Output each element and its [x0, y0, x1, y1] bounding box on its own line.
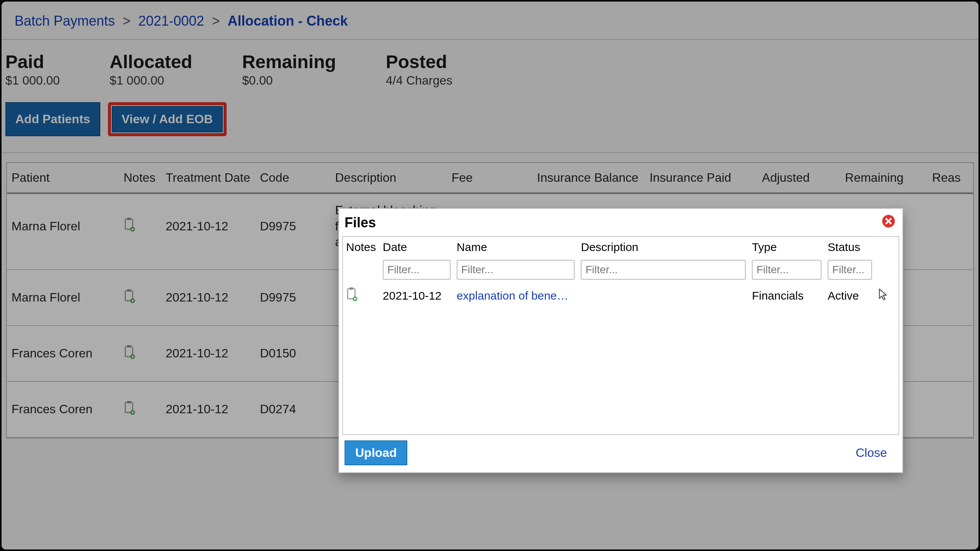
allocated-value: $1 000.00	[109, 73, 192, 88]
cell-date: 2021-10-12	[161, 270, 255, 326]
file-description	[578, 282, 749, 309]
file-date: 2021-10-12	[380, 282, 454, 309]
fcol-status[interactable]: Status	[825, 237, 875, 256]
breadcrumb-mid[interactable]: 2021-0002	[138, 13, 204, 29]
cell-patient: Marna Florel	[7, 270, 119, 326]
paid-value: $1 000.00	[5, 73, 60, 88]
svg-rect-7	[127, 345, 131, 347]
breadcrumb-sep: >	[212, 13, 220, 29]
summary-row: Paid $1 000.00 Allocated $1 000.00 Remai…	[2, 40, 978, 102]
paid-label: Paid	[5, 53, 60, 71]
clipboard-add-icon[interactable]	[124, 348, 135, 362]
add-patients-button[interactable]: Add Patients	[5, 102, 100, 136]
col-description[interactable]: Description	[330, 163, 447, 193]
col-remaining[interactable]: Remaining	[840, 163, 928, 193]
col-adjusted[interactable]: Adjusted	[758, 163, 841, 193]
svg-rect-14	[350, 287, 353, 290]
cell-patient: Marna Florel	[7, 193, 119, 270]
clipboard-add-icon[interactable]	[124, 292, 135, 306]
file-status: Active	[825, 282, 875, 309]
cell-date: 2021-10-12	[161, 381, 255, 437]
posted-label: Posted	[386, 53, 452, 71]
cell-code: D9975	[255, 270, 330, 326]
cell-patient: Frances Coren	[7, 326, 119, 381]
col-fee[interactable]: Fee	[447, 163, 532, 193]
cell-patient: Frances Coren	[7, 381, 119, 437]
filter-description[interactable]	[581, 260, 746, 280]
col-code[interactable]: Code	[255, 163, 330, 193]
col-insurance-paid[interactable]: Insurance Paid	[645, 163, 758, 193]
breadcrumb: Batch Payments > 2021-0002 > Allocation …	[2, 2, 978, 40]
close-icon[interactable]	[882, 214, 895, 231]
svg-rect-1	[127, 218, 131, 220]
clipboard-add-icon[interactable]	[124, 220, 135, 234]
cell-code: D9975	[255, 193, 330, 270]
view-add-eob-button[interactable]: View / Add EOB	[112, 106, 223, 132]
col-notes[interactable]: Notes	[119, 163, 161, 193]
fcol-description[interactable]: Description	[578, 237, 749, 256]
fcol-name[interactable]: Name	[454, 237, 578, 256]
cell-date: 2021-10-12	[161, 193, 255, 270]
clipboard-add-icon[interactable]	[124, 404, 135, 417]
svg-rect-10	[127, 401, 131, 403]
highlight-annotation: View / Add EOB	[108, 102, 227, 136]
breadcrumb-root[interactable]: Batch Payments	[15, 13, 115, 29]
cell-date: 2021-10-12	[161, 326, 255, 381]
remaining-label: Remaining	[242, 53, 336, 71]
posted-value: 4/4 Charges	[386, 73, 452, 88]
file-row[interactable]: 2021-10-12 explanation of benefi… Financ…	[343, 282, 898, 309]
breadcrumb-current: Allocation - Check	[227, 13, 348, 29]
clipboard-add-icon[interactable]	[346, 291, 358, 303]
file-name-link[interactable]: explanation of benefi…	[457, 289, 572, 302]
filter-date[interactable]	[383, 260, 451, 280]
filter-type[interactable]	[752, 260, 822, 280]
upload-button[interactable]: Upload	[345, 440, 407, 465]
close-button[interactable]: Close	[856, 446, 887, 460]
remaining-value: $0.00	[242, 73, 336, 88]
svg-rect-4	[127, 289, 131, 292]
filter-status[interactable]	[828, 260, 872, 280]
modal-title: Files	[345, 215, 376, 231]
fcol-date[interactable]: Date	[380, 237, 454, 256]
cell-code: D0274	[255, 381, 330, 437]
col-patient[interactable]: Patient	[7, 163, 119, 193]
fcol-notes[interactable]: Notes	[343, 237, 380, 256]
filter-name[interactable]	[457, 260, 575, 280]
col-treatment-date[interactable]: Treatment Date	[161, 163, 255, 193]
files-modal: Files Notes Date Name Description Type S…	[338, 208, 903, 473]
files-table: Notes Date Name Description Type Status	[343, 237, 898, 309]
cursor-icon	[878, 290, 888, 303]
fcol-type[interactable]: Type	[749, 237, 825, 256]
col-reason[interactable]: Reas	[928, 163, 973, 193]
breadcrumb-sep: >	[122, 13, 131, 29]
cell-code: D0150	[255, 326, 330, 381]
col-insurance-balance[interactable]: Insurance Balance	[532, 163, 645, 193]
file-type: Financials	[749, 282, 825, 309]
allocated-label: Allocated	[109, 53, 192, 71]
